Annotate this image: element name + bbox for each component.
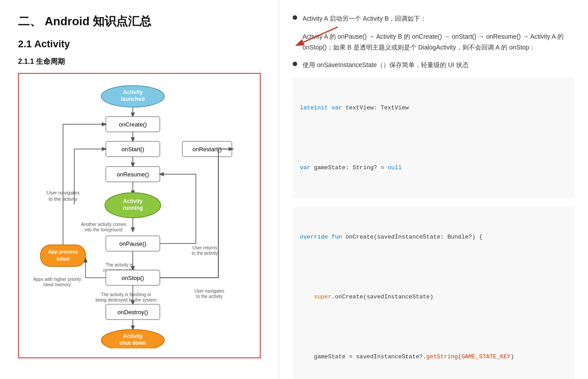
svg-text:onDestroy(): onDestroy() (118, 309, 148, 316)
svg-line-49 (297, 27, 338, 45)
right-panel: Activity A 启动另一个 Activity B，回调如下： Activi… (279, 0, 588, 379)
svg-text:Activity: Activity (123, 333, 143, 339)
svg-text:The activity is: The activity is (105, 262, 133, 267)
svg-text:onStop(): onStop() (122, 275, 144, 281)
svg-text:onStart(): onStart() (121, 146, 144, 153)
svg-text:need memory: need memory (43, 282, 71, 287)
svg-text:launched: launched (121, 96, 145, 102)
svg-text:onCreate(): onCreate() (118, 121, 146, 128)
svg-text:Another activity comes: Another activity comes (81, 222, 126, 227)
bullet-text-1: Activity A 启动另一个 Activity B，回调如下： Activi… (303, 14, 574, 53)
svg-text:shut down: shut down (119, 340, 146, 346)
red-arrow-icon (288, 23, 342, 47)
svg-text:Activity: Activity (123, 89, 143, 95)
section-title: 2.1 Activity (18, 38, 261, 50)
svg-text:to the activity: to the activity (191, 251, 217, 256)
main-title: 二、 Android 知识点汇总 (18, 14, 261, 29)
svg-text:The activity is finishing or: The activity is finishing or (101, 292, 151, 297)
bullet-dot-2 (293, 62, 297, 66)
bullet-dot-1 (293, 15, 297, 20)
svg-text:Activity: Activity (123, 198, 143, 204)
svg-text:User returns: User returns (192, 245, 217, 250)
code-block-1: lateinit var textView: TextView var game… (293, 78, 574, 198)
lifecycle-svg: Activity launched onCreate() onStart() o… (29, 83, 250, 348)
svg-rect-20 (41, 245, 86, 266)
svg-text:User navigates: User navigates (194, 289, 224, 293)
svg-text:into the foreground: into the foreground (85, 227, 122, 232)
svg-text:killed: killed (56, 256, 69, 262)
code-block-2: override fun onCreate(savedInstanceState… (293, 207, 574, 379)
svg-text:onResume(): onResume() (117, 171, 149, 178)
bullet-text-2: 使用 onSaveInstanceState（）保存简单，轻量级的 UI 状态 (303, 60, 469, 71)
bullet-item-2: 使用 onSaveInstanceState（）保存简单，轻量级的 UI 状态 (293, 60, 574, 71)
svg-text:Apps with higher priority: Apps with higher priority (33, 277, 81, 282)
svg-text:running: running (122, 205, 143, 211)
sub-section-title: 2.1.1 生命周期 (18, 57, 261, 67)
svg-text:onPause(): onPause() (119, 240, 146, 247)
svg-text:onRestart(): onRestart() (192, 146, 222, 153)
svg-text:to the activity: to the activity (196, 294, 222, 299)
svg-text:App process: App process (48, 249, 78, 254)
bullet-text-1-main: Activity A 启动另一个 Activity B，回调如下： (303, 15, 426, 22)
svg-text:being destroyed by the system: being destroyed by the system (95, 298, 157, 302)
lifecycle-diagram: Activity launched onCreate() onStart() o… (18, 73, 261, 358)
left-panel: 二、 Android 知识点汇总 2.1 Activity 2.1.1 生命周期… (0, 0, 279, 379)
